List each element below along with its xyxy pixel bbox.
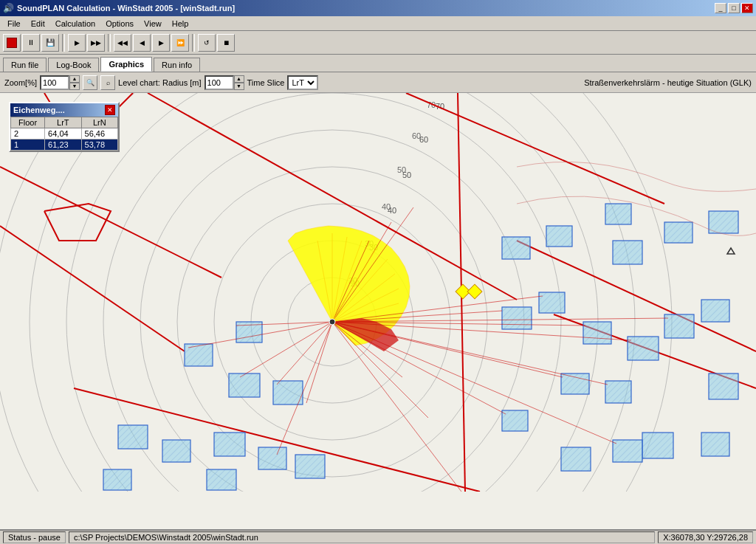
menu-view[interactable]: View [140, 18, 166, 30]
svg-rect-66 [539, 292, 565, 313]
status-path: c:\SP Projects\DEMOS\Winstadt 2005\winSt… [69, 531, 655, 543]
menu-bar: File Edit Calculation Options View Help [0, 16, 756, 31]
next-button[interactable]: ▶ [152, 34, 170, 52]
zoom-out-btn[interactable]: 🔍 [83, 75, 97, 90]
rewind-button[interactable]: ◀◀ [114, 34, 131, 52]
svg-rect-94 [605, 204, 631, 224]
svg-text:60: 60 [412, 131, 421, 140]
close-button[interactable]: ✕ [741, 3, 753, 13]
reload-button[interactable]: ↺ [198, 34, 216, 52]
save-button[interactable]: 💾 [41, 34, 59, 52]
svg-rect-73 [709, 373, 738, 399]
svg-rect-77 [502, 410, 528, 431]
svg-rect-83 [207, 469, 236, 490]
map-area[interactable]: 20 30 40 50 60 70 80 20 30 40 50 60 70 [0, 93, 756, 529]
info-table: Floor LrT LrN 2 64,04 56,46 1 61,23 53,7… [10, 117, 118, 151]
tab-runfile[interactable]: Run file [3, 58, 47, 72]
svg-rect-79 [118, 425, 148, 449]
play-button[interactable]: ▶ [68, 34, 86, 52]
fast-fwd-button[interactable]: ⏩ [171, 34, 189, 52]
col-floor: Floor [11, 117, 45, 128]
svg-rect-89 [273, 381, 303, 404]
col-lrn: LrN [81, 117, 117, 128]
toolbar-sep3 [192, 34, 195, 52]
menu-help[interactable]: Help [168, 18, 193, 30]
stop2-button[interactable]: ⏹ [217, 34, 235, 52]
info-panel: Eichenweg.... ✕ Floor LrT LrN 2 64,04 56… [9, 102, 120, 152]
time-slice-select[interactable]: LrT LrN LrE [287, 75, 318, 90]
info-panel-title: Eichenweg.... ✕ [10, 103, 118, 117]
stop-button[interactable] [3, 34, 21, 52]
level-chart-label: Level chart: Radius [m] [118, 78, 202, 87]
svg-rect-67 [583, 322, 611, 344]
svg-rect-80 [162, 440, 190, 462]
status-coords: X:36078,30 Y:29726,28 [658, 531, 753, 543]
title-bar: 🔊 SoundPLAN Calculation - WinStadt 2005 … [0, 0, 756, 16]
svg-rect-90 [502, 237, 530, 259]
svg-rect-65 [502, 307, 532, 329]
zoom-input[interactable] [40, 75, 69, 90]
tab-logbook[interactable]: Log-Book [48, 58, 99, 72]
controls-bar: Zoom[%] ▲ ▼ 🔍 ⌕ Level chart: Radius [m] … [0, 72, 756, 93]
chart-title: Straßenverkehrslärm - heutige Situation … [584, 78, 752, 87]
radius-up-btn[interactable]: ▲ [234, 75, 244, 83]
svg-point-127 [329, 319, 335, 325]
col-lrt: LrT [45, 117, 81, 128]
time-slice-label: Time Slice [247, 78, 285, 87]
menu-edit[interactable]: Edit [27, 18, 49, 30]
menu-options[interactable]: Options [101, 18, 138, 30]
svg-rect-74 [642, 433, 673, 458]
app-icon: 🔊 [3, 3, 14, 13]
svg-rect-75 [561, 447, 591, 471]
menu-file[interactable]: File [3, 18, 25, 30]
svg-rect-72 [701, 300, 729, 322]
zoom-down-btn[interactable]: ▼ [69, 83, 80, 90]
map-svg: 20 30 40 50 60 70 80 20 30 40 50 60 70 [0, 93, 756, 492]
zoom-search-btn[interactable]: ⌕ [100, 75, 115, 90]
pause-button[interactable]: ⏸ [22, 34, 40, 52]
svg-rect-69 [561, 373, 589, 394]
toolbar-sep2 [108, 34, 111, 52]
svg-rect-76 [701, 433, 729, 456]
svg-rect-68 [628, 337, 659, 360]
tab-graphics[interactable]: Graphics [100, 57, 152, 72]
maximize-button[interactable]: □ [728, 3, 740, 13]
radius-down-btn[interactable]: ▼ [234, 83, 244, 90]
info-row-2[interactable]: 1 61,23 53,78 [11, 140, 118, 151]
minimize-button[interactable]: _ [715, 3, 726, 13]
toolbar: ⏸ 💾 ▶ ▶▶ ◀◀ ◀ ▶ ⏩ ↺ ⏹ [0, 31, 756, 55]
skip-fwd-button[interactable]: ▶▶ [87, 34, 105, 52]
status-bar: Status - pause c:\SP Projects\DEMOS\Wins… [0, 529, 756, 544]
level-chart-input[interactable] [205, 75, 234, 90]
svg-rect-81 [214, 433, 245, 456]
info-row-1[interactable]: 2 64,04 56,46 [11, 128, 118, 140]
svg-rect-71 [664, 314, 694, 338]
svg-rect-91 [546, 226, 572, 247]
svg-text:40: 40 [382, 202, 391, 211]
prev-button[interactable]: ◀ [133, 34, 151, 52]
status-text: Status - pause [3, 531, 66, 543]
tab-bar: Run file Log-Book Graphics Run info [0, 55, 756, 72]
info-panel-close[interactable]: ✕ [105, 105, 115, 115]
svg-rect-78 [613, 440, 642, 462]
svg-rect-93 [664, 222, 693, 243]
svg-rect-84 [258, 447, 286, 469]
svg-rect-95 [709, 211, 738, 233]
menu-calculation[interactable]: Calculation [51, 18, 100, 30]
zoom-up-btn[interactable]: ▲ [69, 75, 80, 83]
svg-rect-85 [295, 455, 325, 478]
svg-rect-92 [613, 241, 642, 264]
svg-rect-70 [605, 381, 631, 403]
svg-rect-86 [229, 373, 260, 397]
tab-runinfo[interactable]: Run info [154, 58, 200, 72]
toolbar-sep1 [62, 34, 65, 52]
title-text: SoundPLAN Calculation - WinStadt 2005 - … [17, 4, 235, 13]
zoom-label: Zoom[%] [4, 78, 37, 87]
svg-text:50: 50 [397, 165, 406, 174]
svg-rect-82 [103, 469, 131, 490]
